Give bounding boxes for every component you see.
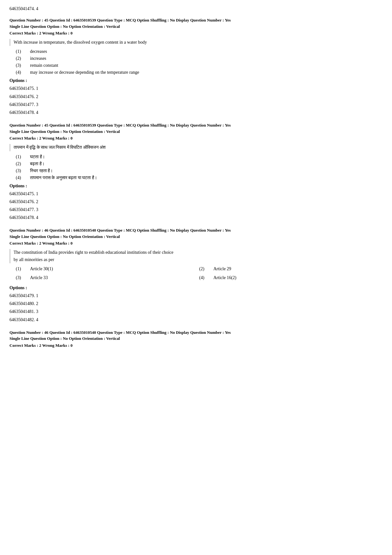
q45-hi-question-text: तापमान में वृद्धि के साथ जल निकाय में वि… bbox=[9, 144, 383, 151]
q46-en-marks: Correct Marks : 2 Wrong Marks : 0 bbox=[9, 241, 383, 246]
q45-hi-options-label: Options : bbox=[9, 184, 383, 189]
option-row: (1) Article 30(1) bbox=[16, 266, 199, 271]
option-row: (1) decreases bbox=[16, 49, 383, 54]
option-num: (4) bbox=[16, 175, 30, 180]
q45-en-options-label: Options : bbox=[9, 78, 383, 83]
option-id: 64635041475. 1 bbox=[9, 190, 383, 198]
q45-hi-meta: Question Number : 45 Question Id : 64635… bbox=[9, 122, 383, 134]
option-num: (3) bbox=[16, 63, 30, 68]
option-text: घटता है। bbox=[30, 154, 45, 159]
option-id: 64635041477. 3 bbox=[9, 206, 383, 214]
q46-hi-meta: Question Number : 46 Question Id : 64635… bbox=[9, 329, 383, 342]
option-text: Article 33 bbox=[30, 275, 48, 280]
option-row: (4) may increase or decrease depending o… bbox=[16, 70, 383, 75]
q45-hi-option-ids: 64635041475. 1 64635041476. 2 6463504147… bbox=[9, 190, 383, 222]
option-text: Article 16(2) bbox=[213, 275, 236, 280]
option-text: Article 29 bbox=[213, 266, 231, 271]
q45-en-question-text: With increase in temperature, the dissol… bbox=[9, 39, 383, 46]
option-num: (1) bbox=[16, 49, 30, 54]
option-text: तापमान परास के अनुसार बढ़ता या घटता है। bbox=[30, 175, 97, 180]
option-text: decreases bbox=[30, 49, 47, 54]
option-text: बढ़ता है। bbox=[30, 161, 45, 166]
q46-en-options-label: Options : bbox=[9, 285, 383, 290]
option-id: 64635041478. 4 bbox=[9, 214, 383, 221]
option-id: 64635041476. 2 bbox=[9, 198, 383, 206]
option-id: 64635041479. 1 bbox=[9, 292, 383, 300]
q45-en-option-ids: 64635041475. 1 64635041476. 2 6463504147… bbox=[9, 84, 383, 116]
option-num: (3) bbox=[16, 168, 30, 173]
option-num: (1) bbox=[16, 154, 30, 159]
option-row: (2) Article 29 bbox=[199, 266, 383, 271]
option-row: (2) increases bbox=[16, 56, 383, 61]
option-text: स्थिर रहता है। bbox=[30, 168, 53, 173]
option-row: (4) तापमान परास के अनुसार बढ़ता या घटता … bbox=[16, 175, 383, 180]
q46-en-option-ids: 64635041479. 1 64635041480. 2 6463504148… bbox=[9, 292, 383, 324]
option-row: (3) स्थिर रहता है। bbox=[16, 168, 383, 173]
option-num: (2) bbox=[199, 266, 213, 271]
option-id: 64635041477. 3 bbox=[9, 101, 383, 109]
q45-hi-options: (1) घटता है। (2) बढ़ता है। (3) स्थिर रहत… bbox=[16, 154, 383, 180]
question-46-hi: Question Number : 46 Question Id : 64635… bbox=[9, 329, 383, 348]
q46-en-options-grid: (1) Article 30(1) (2) Article 29 (3) Art… bbox=[16, 266, 383, 282]
question-45-hi: Question Number : 45 Question Id : 64635… bbox=[9, 122, 383, 221]
option-row: (1) घटता है। bbox=[16, 154, 383, 159]
option-text: remain constant bbox=[30, 63, 58, 68]
option-num: (1) bbox=[16, 266, 30, 271]
question-46-en: Question Number : 46 Question Id : 64635… bbox=[9, 227, 383, 324]
option-num: (3) bbox=[16, 275, 30, 280]
q46-en-meta: Question Number : 46 Question Id : 64635… bbox=[9, 227, 383, 240]
question-45-en: Question Number : 45 Question Id : 64635… bbox=[9, 17, 383, 116]
option-num: (4) bbox=[16, 70, 30, 75]
option-id: 64635041476. 2 bbox=[9, 93, 383, 101]
q45-en-marks: Correct Marks : 2 Wrong Marks : 0 bbox=[9, 31, 383, 36]
option-grid-row: (1) Article 30(1) (2) Article 29 bbox=[16, 266, 383, 273]
q45-en-options: (1) decreases (2) increases (3) remain c… bbox=[16, 49, 383, 75]
option-id: 64635041482. 4 bbox=[9, 316, 383, 324]
q46-hi-marks: Correct Marks : 2 Wrong Marks : 0 bbox=[9, 343, 383, 348]
option-text: Article 30(1) bbox=[30, 266, 53, 271]
option-num: (2) bbox=[16, 161, 30, 166]
option-id: 64635041481. 3 bbox=[9, 308, 383, 315]
page-id: 64635041474. 4 bbox=[9, 6, 383, 11]
option-text: increases bbox=[30, 56, 46, 61]
option-num: (4) bbox=[199, 275, 213, 280]
q46-en-question-text: The constitution of India provides right… bbox=[9, 249, 383, 263]
option-id: 64635041480. 2 bbox=[9, 300, 383, 308]
option-row: (4) Article 16(2) bbox=[199, 275, 383, 280]
option-grid-row: (3) Article 33 (4) Article 16(2) bbox=[16, 275, 383, 282]
q45-en-meta: Question Number : 45 Question Id : 64635… bbox=[9, 17, 383, 29]
option-text: may increase or decrease depending on th… bbox=[30, 70, 139, 75]
option-row: (2) बढ़ता है। bbox=[16, 161, 383, 166]
option-id: 64635041478. 4 bbox=[9, 109, 383, 116]
option-row: (3) remain constant bbox=[16, 63, 383, 68]
option-id: 64635041475. 1 bbox=[9, 84, 383, 92]
option-num: (2) bbox=[16, 56, 30, 61]
option-row: (3) Article 33 bbox=[16, 275, 199, 280]
q45-hi-marks: Correct Marks : 2 Wrong Marks : 0 bbox=[9, 136, 383, 141]
